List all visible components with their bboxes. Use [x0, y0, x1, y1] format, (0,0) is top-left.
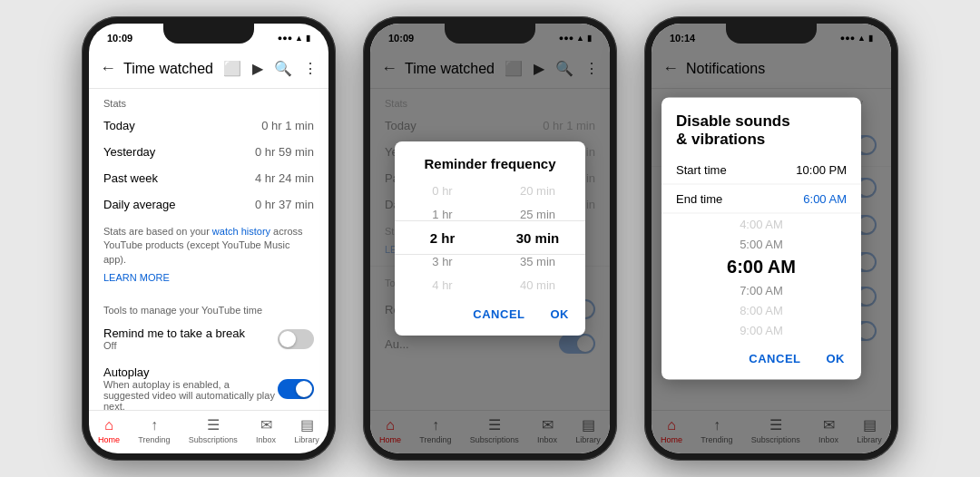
autoplay-name-1: Autoplay [103, 365, 278, 379]
phones-container: 10:09 ●●● ▲ ▮ ← Time watched ⬜ ▶ 🔍 ⋮ [73, 7, 907, 470]
home-icon-1: ⌂ [104, 417, 113, 433]
phone-2: 10:09 ●●● ▲ ▮ ← Time watched ⬜ ▶ 🔍 ⋮ [363, 16, 617, 461]
notch-2 [445, 24, 535, 44]
stat-value-today-1: 0 hr 1 min [261, 119, 314, 132]
notch-1 [163, 24, 254, 44]
tab-subscriptions-1[interactable]: ☰ Subscriptions [189, 416, 238, 444]
stat-name-yesterday-1: Yesterday [103, 145, 155, 159]
ok-button-2[interactable]: OK [545, 304, 575, 325]
picker-item-2hr: 2 hr [395, 226, 490, 249]
more-icon-1[interactable]: ⋮ [303, 60, 318, 77]
signal-icon-1: ●●● [278, 34, 292, 43]
time-1: 10:09 [107, 33, 132, 44]
stat-value-yesterday-1: 0 hr 59 min [255, 145, 314, 159]
stat-name-avg-1: Daily average [103, 198, 176, 211]
minutes-picker[interactable]: 20 min 25 min 30 min 35 min 40 min [490, 179, 585, 297]
video-icon-1[interactable]: ▶ [252, 60, 263, 77]
remind-break-name-1: Remind me to take a break [103, 326, 245, 340]
autoplay-row-1[interactable]: Autoplay When autoplay is enabled, a sug… [89, 358, 328, 410]
tab-bar-1: ⌂ Home ↑ Trending ☰ Subscriptions ✉ Inbo… [89, 410, 328, 453]
disable-dialog-actions: CANCEL OK [662, 341, 861, 380]
phone-1-screen: 10:09 ●●● ▲ ▮ ← Time watched ⬜ ▶ 🔍 ⋮ [89, 24, 328, 453]
tab-home-label-1: Home [98, 435, 120, 444]
hours-picker[interactable]: 0 hr 1 hr 2 hr 3 hr 4 hr [395, 179, 490, 297]
watch-history-link-1[interactable]: watch history [212, 226, 270, 237]
picker-container-2[interactable]: 0 hr 1 hr 2 hr 3 hr 4 hr 20 min 25 min 3… [395, 179, 585, 297]
picker-item-1hr: 1 hr [395, 202, 490, 226]
time-pick-7am: 7:00 AM [662, 280, 861, 300]
cancel-button-3[interactable]: CANCEL [743, 348, 806, 369]
start-time-value: 10:00 PM [796, 163, 847, 177]
phone-1: 10:09 ●●● ▲ ▮ ← Time watched ⬜ ▶ 🔍 ⋮ [82, 16, 336, 461]
stat-row-avg-1: Daily average 0 hr 37 min [89, 191, 328, 218]
tab-subscriptions-label-1: Subscriptions [189, 435, 238, 444]
remind-break-toggle-1[interactable] [278, 329, 314, 349]
stat-row-today-1: Today 0 hr 1 min [89, 112, 328, 139]
picker-item-30min: 30 min [490, 226, 585, 249]
search-icon-1[interactable]: 🔍 [274, 60, 292, 77]
autoplay-sub-1: When autoplay is enabled, a suggested vi… [103, 379, 278, 410]
nav-icons-1: ⬜ ▶ 🔍 ⋮ [223, 60, 318, 77]
tab-library-1[interactable]: ▤ Library [294, 416, 319, 444]
end-time-row[interactable]: End time 6:00 AM [662, 185, 861, 214]
end-time-label: End time [676, 192, 722, 206]
picker-item-0hr: 0 hr [395, 179, 490, 202]
stat-value-avg-1: 0 hr 37 min [255, 198, 314, 211]
phone-2-screen: 10:09 ●●● ▲ ▮ ← Time watched ⬜ ▶ 🔍 ⋮ [370, 24, 610, 453]
stats-section-label-1: Stats [89, 89, 328, 112]
content-1: Stats Today 0 hr 1 min Yesterday 0 hr 59… [89, 89, 328, 410]
tab-home-1[interactable]: ⌂ Home [98, 417, 120, 444]
time-pick-9am: 9:00 AM [662, 320, 861, 340]
wifi-icon-1: ▲ [295, 34, 303, 43]
tab-inbox-label-1: Inbox [256, 435, 276, 444]
nav-bar-1: ← Time watched ⬜ ▶ 🔍 ⋮ [89, 49, 328, 89]
remind-break-left-1: Remind me to take a break Off [103, 326, 245, 351]
stat-name-today-1: Today [103, 119, 135, 132]
back-button-1[interactable]: ← [100, 59, 116, 78]
status-icons-1: ●●● ▲ ▮ [278, 34, 310, 43]
reminder-frequency-dialog: Reminder frequency 0 hr 1 hr 2 hr 3 hr 4… [395, 141, 585, 336]
disable-dialog-title: Disable sounds& vibrations [662, 98, 861, 156]
phone-3-screen: 10:14 ●●● ▲ ▮ ← Notifications Notify me … [652, 24, 891, 453]
picker-item-25min: 25 min [490, 202, 585, 226]
time-picker-area[interactable]: 4:00 AM 5:00 AM 6:00 AM 7:00 AM 8:00 AM … [662, 214, 861, 341]
picker-item-3hr: 3 hr [395, 249, 490, 273]
subscriptions-icon-1: ☰ [207, 416, 220, 433]
time-pick-6am: 6:00 AM [662, 254, 861, 280]
dialog-actions-2: CANCEL OK [395, 297, 585, 336]
dialog-title-2: Reminder frequency [395, 141, 585, 179]
cancel-button-2[interactable]: CANCEL [467, 304, 530, 325]
autoplay-left-1: Autoplay When autoplay is enabled, a sug… [103, 365, 278, 410]
time-pick-4am: 4:00 AM [662, 214, 861, 234]
picker-item-20min: 20 min [490, 179, 585, 202]
tools-label-1: Tools to manage your YouTube time [89, 297, 328, 319]
phone-3: 10:14 ●●● ▲ ▮ ← Notifications Notify me … [644, 16, 898, 461]
cast-icon-1[interactable]: ⬜ [223, 60, 241, 77]
tab-trending-1[interactable]: ↑ Trending [138, 417, 170, 444]
picker-item-4hr: 4 hr [395, 273, 490, 297]
tab-library-label-1: Library [294, 435, 319, 444]
stat-name-week-1: Past week [103, 171, 158, 185]
tab-trending-label-1: Trending [138, 435, 170, 444]
end-time-value: 6:00 AM [803, 192, 847, 206]
stat-value-week-1: 4 hr 24 min [255, 171, 314, 185]
notch-3 [726, 24, 817, 44]
stat-row-yesterday-1: Yesterday 0 hr 59 min [89, 139, 328, 165]
info-text-1: Stats are based on your watch history ac… [89, 218, 328, 270]
time-pick-8am: 8:00 AM [662, 300, 861, 320]
learn-more-1[interactable]: LEARN MORE [89, 270, 328, 290]
page-title-1: Time watched [123, 61, 223, 77]
picker-item-35min: 35 min [490, 249, 585, 273]
picker-item-40min: 40 min [490, 273, 585, 297]
tab-inbox-1[interactable]: ✉ Inbox [256, 416, 276, 444]
inbox-icon-1: ✉ [260, 416, 272, 433]
remind-break-sub-1: Off [103, 340, 245, 351]
start-time-label: Start time [676, 163, 727, 177]
autoplay-toggle-1[interactable] [278, 379, 314, 399]
trending-icon-1: ↑ [151, 417, 158, 433]
stat-row-week-1: Past week 4 hr 24 min [89, 165, 328, 191]
library-icon-1: ▤ [300, 416, 314, 433]
remind-break-row-1[interactable]: Remind me to take a break Off [89, 319, 328, 358]
ok-button-3[interactable]: OK [821, 348, 851, 369]
start-time-row[interactable]: Start time 10:00 PM [662, 156, 861, 185]
